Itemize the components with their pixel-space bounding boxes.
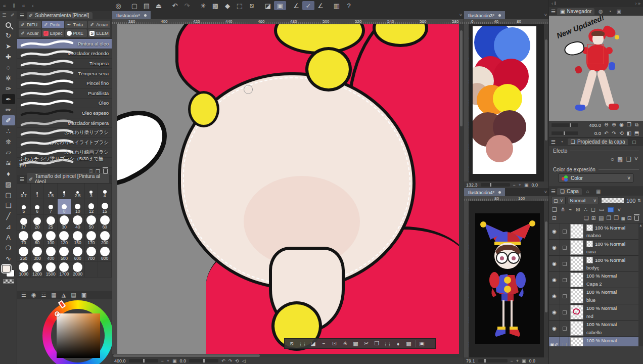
object-tool[interactable]: ➤ [2, 41, 15, 51]
new-tone-icon[interactable]: ▩ [404, 340, 413, 347]
canvas[interactable] [469, 201, 544, 357]
shrink-selection-icon[interactable]: ⊡ [330, 340, 339, 347]
chevron-down-icon[interactable]: ˅ [634, 156, 638, 163]
brush-size-0.7[interactable]: 0.7 [17, 184, 31, 199]
flip-view-icon[interactable]: ◁ [242, 358, 246, 363]
brush-size-700[interactable]: 700 [85, 246, 99, 262]
perspective-ruler-tool[interactable]: ⊿ [2, 221, 15, 232]
border-effect-icon[interactable]: ○ [611, 156, 614, 163]
rotate-left-icon[interactable]: ↶ [221, 358, 225, 363]
layer-checkbox[interactable] [560, 321, 569, 336]
clear-outside-icon[interactable]: ▩ [351, 340, 360, 347]
stepper-icon[interactable]: ⇅ [637, 198, 641, 203]
brush-size-1200[interactable]: 1200 [31, 262, 44, 278]
brush-size-170[interactable]: 170 [85, 231, 99, 246]
brush-item[interactable]: Óleo espeso [17, 108, 112, 118]
panel-collapse-arrows[interactable]: ‹ ‖› » [549, 0, 643, 7]
brush-size-12[interactable]: 12 [85, 199, 99, 215]
layer-checkbox[interactable] [560, 272, 569, 288]
zoom-slider[interactable] [552, 123, 578, 127]
lock-layer-icon[interactable]: ⊠ [576, 206, 580, 213]
redo-icon[interactable]: ↷ [181, 1, 193, 10]
toolbar-menu-icon[interactable]: ☰ [2, 13, 6, 18]
brush-size-40[interactable]: 40 [71, 215, 85, 231]
layer-checkbox[interactable] [560, 304, 569, 320]
navigator-thumbnail[interactable]: New Updated! [549, 16, 643, 121]
eraser-tool[interactable]: ▱ [2, 147, 15, 157]
zoom-slider[interactable] [478, 359, 508, 362]
brush-tool[interactable]: ✐ [2, 115, 15, 125]
brush-size-120[interactable]: 120 [58, 231, 71, 246]
zoom-out-icon[interactable]: − [511, 358, 513, 363]
brush-size-10[interactable]: 10 [71, 199, 85, 215]
delete-layer-icon[interactable] [634, 216, 639, 221]
scrollbar-horizontal[interactable] [112, 354, 464, 357]
actual-size-icon[interactable]: ❐ [625, 122, 633, 128]
brush-size-70[interactable]: 70 [17, 231, 31, 246]
crop-icon[interactable]: ⬚ [383, 340, 392, 347]
flip-horizontal-icon[interactable]: ◧ [625, 130, 633, 136]
brush-size-600[interactable]: 600 [71, 246, 85, 262]
open-file-icon[interactable]: ▤ [141, 1, 153, 10]
fit-icon[interactable]: ◉ [618, 122, 625, 128]
new-folder-icon[interactable]: ▤ [599, 215, 604, 221]
scrollbar-vertical[interactable] [544, 201, 548, 357]
zoom-tool[interactable] [2, 20, 15, 30]
rotate-left-icon[interactable]: ↶ [603, 130, 610, 136]
brush-size-3[interactable]: 3 [85, 184, 99, 199]
layer-row[interactable]: ◉100 % Normalcara [549, 240, 643, 256]
subtool-tab-difu[interactable]: ✐DIFU [19, 21, 41, 28]
brush-item[interactable]: Témpera [17, 59, 112, 69]
brush-size-50[interactable]: 50 [85, 215, 99, 231]
subtool-tab-pixe[interactable]: PIXE [65, 29, 87, 37]
brush-size-1700[interactable]: 1700 [58, 262, 71, 278]
zoom-out-icon[interactable]: − [513, 183, 516, 188]
clip-studio-logo[interactable]: ◎ [112, 1, 124, 10]
main-color-chips[interactable] [2, 265, 15, 277]
panel-menu-icon[interactable]: ☰ [551, 139, 556, 145]
zoom-in-icon[interactable]: ⊕ [610, 122, 618, 128]
new-raster-layer-icon[interactable]: ❏ [584, 215, 589, 221]
balloon-tool[interactable]: ❍ [2, 243, 15, 253]
mixer-tab-icon[interactable]: ◮ [62, 292, 66, 298]
reset-rotation-icon[interactable]: ⟲ [618, 130, 625, 136]
brush-item[interactable]: ふんわり塗りブラシ [17, 128, 112, 138]
menu-icon[interactable]: ☰ [21, 292, 26, 298]
transparent-color-chip[interactable] [3, 279, 14, 284]
layer-visibility-eye-icon[interactable]: ◉ [549, 240, 560, 255]
brush-size-500[interactable]: 500 [58, 246, 71, 262]
undo-icon[interactable]: ↶ [169, 1, 181, 10]
brush-size-250[interactable]: 250 [17, 246, 31, 262]
move-layer-tool[interactable]: ✚ [2, 52, 15, 62]
opacity-slider[interactable] [601, 198, 624, 203]
frame-border-tool[interactable]: ❏ [2, 200, 15, 210]
flip-vertical-icon[interactable]: ⬒ [633, 130, 640, 136]
new-vector-layer-icon[interactable]: ⊞ [591, 215, 596, 221]
tool-property-tab-icon[interactable]: ◔ [557, 139, 566, 145]
brush-size-25[interactable]: 25 [44, 215, 58, 231]
brush-size-5[interactable]: 5 [17, 199, 31, 215]
brush-item[interactable]: Mezclador redondo [17, 49, 112, 59]
zoom-in-icon[interactable]: + [516, 358, 519, 363]
save-export-icon[interactable]: ⏏ [153, 1, 165, 10]
brush-size-20[interactable]: 20 [31, 215, 44, 231]
brush-size-200[interactable]: 200 [98, 231, 112, 246]
item-bank-tab-icon[interactable]: ▣ [614, 9, 623, 14]
fit-screen-icon[interactable]: ▣ [524, 183, 529, 188]
settings-tab-icon[interactable]: ▣ [81, 292, 86, 298]
scrollbar-vertical[interactable] [459, 24, 464, 354]
layer-visibility-eye-icon[interactable]: ◉ [549, 272, 560, 288]
subtool-tab-acuar[interactable]: ✐Acuar [19, 29, 41, 37]
rotate-canvas-tool[interactable]: ↻ [2, 30, 15, 40]
brush-size-300[interactable]: 300 [31, 246, 44, 262]
invert-selection-icon[interactable]: ◆ [221, 1, 234, 10]
deselect-icon[interactable]: ⧅ [288, 340, 296, 347]
rotate-right-icon[interactable]: ↷ [610, 130, 618, 136]
info-tab-icon[interactable]: ◍ [596, 9, 605, 14]
crop-selection-icon[interactable]: ⬚ [298, 340, 307, 347]
brush-size-4[interactable]: 4 [98, 184, 112, 199]
layer-visibility-eye-icon[interactable]: ◉ [549, 256, 560, 271]
layer-property-tab[interactable]: ❏Propiedad de la capa [568, 139, 628, 145]
expression-color-select[interactable]: Color ˅ [558, 173, 634, 183]
layer-visibility-eye-icon[interactable]: ◉ [549, 223, 560, 239]
